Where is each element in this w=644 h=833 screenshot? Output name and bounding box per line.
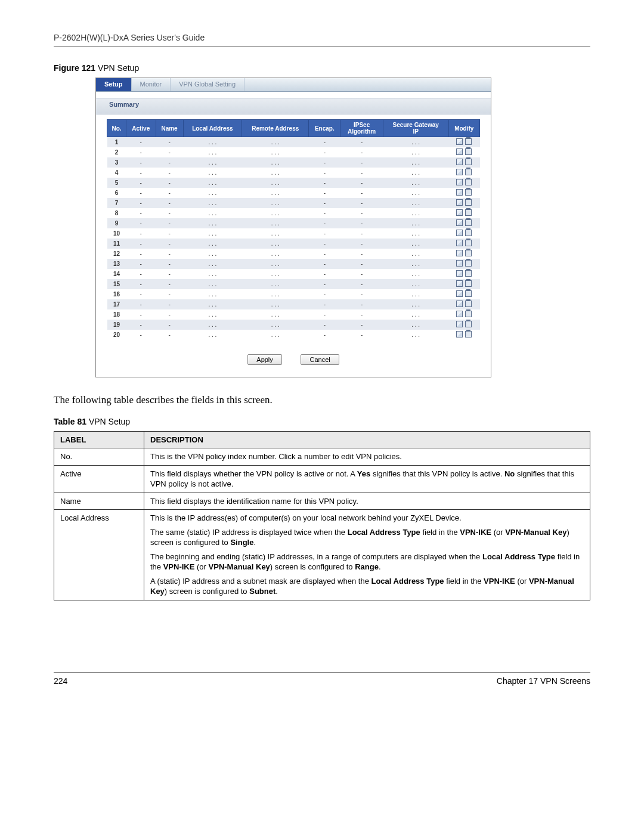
- trash-icon[interactable]: [465, 148, 472, 155]
- vpn-setup-screenshot: SetupMonitorVPN Global Setting Summary N…: [95, 78, 491, 377]
- trash-icon[interactable]: [465, 280, 472, 287]
- cell-gw: . . .: [383, 137, 448, 148]
- desc-label: Name: [54, 493, 144, 510]
- cell-active: -: [126, 208, 156, 218]
- cell-local: . . .: [183, 259, 242, 269]
- cell-no: 16: [107, 289, 126, 299]
- edit-icon[interactable]: [456, 301, 463, 307]
- edit-icon[interactable]: [456, 290, 463, 297]
- trash-icon[interactable]: [465, 219, 472, 226]
- vpn-row: 14--. . .. . .--. . .: [107, 269, 480, 279]
- vpn-row: 8--. . .. . .--. . .: [107, 208, 480, 218]
- edit-icon[interactable]: [456, 331, 463, 337]
- cell-active: -: [126, 178, 156, 188]
- edit-icon[interactable]: [456, 219, 463, 226]
- cell-local: . . .: [183, 309, 242, 320]
- vpn-row: 10--. . .. . .--. . .: [107, 228, 480, 239]
- cell-no: 15: [107, 279, 126, 289]
- trash-icon[interactable]: [465, 138, 472, 145]
- vpn-row: 13--. . .. . .--. . .: [107, 259, 480, 269]
- cell-remote: . . .: [242, 137, 309, 148]
- trash-icon[interactable]: [465, 169, 472, 175]
- trash-icon[interactable]: [465, 290, 472, 297]
- cell-ipsec: -: [340, 320, 383, 330]
- edit-icon[interactable]: [456, 209, 463, 216]
- figure-title: VPN Setup: [95, 63, 139, 73]
- edit-icon[interactable]: [456, 148, 463, 155]
- edit-icon[interactable]: [456, 169, 463, 175]
- tab-vpn-global-setting[interactable]: VPN Global Setting: [171, 78, 244, 91]
- cell-local: . . .: [183, 147, 242, 157]
- vpn-row: 6--. . .. . .--. . .: [107, 188, 480, 198]
- vpn-row: 3--. . .. . .--. . .: [107, 157, 480, 168]
- trash-icon[interactable]: [465, 311, 472, 317]
- cell-gw: . . .: [383, 218, 448, 228]
- trash-icon[interactable]: [465, 230, 472, 236]
- cell-modify: [448, 259, 479, 269]
- cell-gw: . . .: [383, 320, 448, 330]
- cell-ipsec: -: [340, 178, 383, 188]
- edit-icon[interactable]: [456, 179, 463, 185]
- column-header: IPSecAlgorithm: [340, 120, 383, 137]
- tab-setup[interactable]: Setup: [96, 78, 132, 91]
- cell-ipsec: -: [340, 249, 383, 259]
- cell-no: 6: [107, 188, 126, 198]
- edit-icon[interactable]: [456, 138, 463, 145]
- cell-local: . . .: [183, 279, 242, 289]
- edit-icon[interactable]: [456, 270, 463, 277]
- cell-active: -: [126, 147, 156, 157]
- cell-active: -: [126, 249, 156, 259]
- trash-icon[interactable]: [465, 321, 472, 327]
- trash-icon[interactable]: [465, 159, 472, 165]
- desc-row: No.This is the VPN policy index number. …: [54, 448, 590, 466]
- edit-icon[interactable]: [456, 250, 463, 256]
- cell-ipsec: -: [340, 309, 383, 320]
- tabstrip: SetupMonitorVPN Global Setting: [96, 78, 491, 92]
- edit-icon[interactable]: [456, 321, 463, 327]
- cell-local: . . .: [183, 320, 242, 330]
- vpn-row: 1--. . .. . .--. . .: [107, 137, 480, 148]
- edit-icon[interactable]: [456, 280, 463, 287]
- desc-label: No.: [54, 448, 144, 466]
- edit-icon[interactable]: [456, 311, 463, 317]
- description-table: LABELDESCRIPTION No.This is the VPN poli…: [54, 431, 590, 600]
- cell-remote: . . .: [242, 330, 309, 340]
- edit-icon[interactable]: [456, 230, 463, 236]
- vpn-row: 4--. . .. . .--. . .: [107, 168, 480, 178]
- desc-row: NameThis field displays the identificati…: [54, 493, 590, 510]
- cell-modify: [448, 228, 479, 239]
- trash-icon[interactable]: [465, 301, 472, 307]
- trash-icon[interactable]: [465, 331, 472, 337]
- edit-icon[interactable]: [456, 260, 463, 267]
- trash-icon[interactable]: [465, 209, 472, 216]
- cancel-button[interactable]: Cancel: [301, 354, 339, 365]
- trash-icon[interactable]: [465, 240, 472, 246]
- edit-icon[interactable]: [456, 240, 463, 246]
- cell-encap: -: [309, 239, 340, 249]
- edit-icon[interactable]: [456, 189, 463, 196]
- cell-modify: [448, 289, 479, 299]
- cell-encap: -: [309, 228, 340, 239]
- apply-button[interactable]: Apply: [247, 354, 282, 365]
- edit-icon[interactable]: [456, 159, 463, 165]
- cell-modify: [448, 299, 479, 309]
- cell-gw: . . .: [383, 259, 448, 269]
- column-header: Remote Address: [242, 120, 309, 137]
- cell-modify: [448, 198, 479, 208]
- trash-icon[interactable]: [465, 189, 472, 196]
- trash-icon[interactable]: [465, 270, 472, 277]
- cell-encap: -: [309, 137, 340, 148]
- cell-gw: . . .: [383, 147, 448, 157]
- trash-icon[interactable]: [465, 179, 472, 185]
- trash-icon[interactable]: [465, 199, 472, 206]
- cell-ipsec: -: [340, 279, 383, 289]
- cell-encap: -: [309, 168, 340, 178]
- cell-remote: . . .: [242, 147, 309, 157]
- edit-icon[interactable]: [456, 199, 463, 206]
- cell-encap: -: [309, 320, 340, 330]
- cell-local: . . .: [183, 269, 242, 279]
- trash-icon[interactable]: [465, 250, 472, 256]
- tab-monitor[interactable]: Monitor: [132, 78, 171, 91]
- cell-encap: -: [309, 330, 340, 340]
- trash-icon[interactable]: [465, 260, 472, 267]
